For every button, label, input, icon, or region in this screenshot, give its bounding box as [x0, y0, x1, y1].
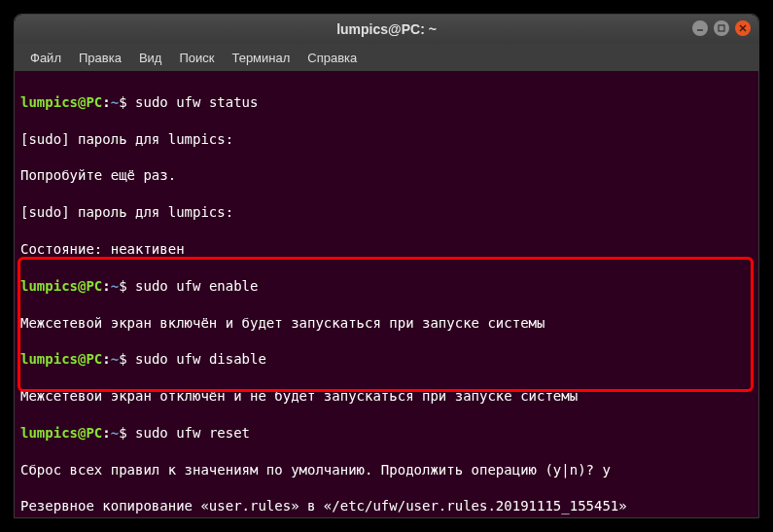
prompt-path: ~: [111, 94, 119, 110]
close-button[interactable]: [735, 20, 751, 36]
command-text: sudo ufw status: [127, 94, 259, 110]
output-line: [sudo] пароль для lumpics:: [20, 203, 753, 222]
output-line: Резервное копирование «user.rules» в «/e…: [20, 497, 753, 515]
output-line: [sudo] пароль для lumpics:: [20, 130, 753, 149]
menu-terminal[interactable]: Терминал: [224, 47, 298, 69]
prompt-colon: :: [102, 425, 110, 441]
command-text: sudo ufw enable: [127, 278, 259, 294]
terminal-body[interactable]: lumpics@PC:~$ sudo ufw status [sudo] пар…: [15, 71, 758, 518]
menu-edit[interactable]: Правка: [71, 47, 129, 69]
prompt-dollar: $: [119, 425, 126, 441]
prompt-dollar: $: [119, 351, 126, 367]
output-line: Сброс всех правил к значениям по умолчан…: [20, 461, 753, 479]
menu-search[interactable]: Поиск: [171, 47, 222, 69]
output-line: Состояние: неактивен: [20, 240, 753, 259]
prompt-dollar: $: [119, 94, 126, 110]
prompt-user: lumpics@PC: [20, 278, 102, 294]
prompt-path: ~: [111, 351, 119, 367]
prompt-path: ~: [111, 278, 119, 294]
window-controls: [692, 20, 751, 36]
prompt-path: ~: [111, 425, 119, 441]
maximize-button[interactable]: [714, 20, 729, 36]
prompt-colon: :: [102, 94, 110, 110]
prompt-user: lumpics@PC: [20, 94, 102, 110]
menubar: Файл Правка Вид Поиск Терминал Справка: [15, 44, 758, 71]
titlebar: lumpics@PC: ~: [15, 15, 758, 44]
command-text: sudo ufw reset: [127, 425, 250, 441]
prompt-user: lumpics@PC: [20, 351, 102, 367]
output-line: Межсетевой экран включён и будет запуска…: [20, 314, 753, 333]
prompt-colon: :: [102, 278, 110, 294]
menu-view[interactable]: Вид: [131, 47, 170, 69]
menu-file[interactable]: Файл: [22, 47, 69, 69]
prompt-dollar: $: [119, 278, 126, 294]
prompt-user: lumpics@PC: [20, 425, 102, 441]
output-line: Попробуйте ещё раз.: [20, 166, 753, 185]
window-title: lumpics@PC: ~: [336, 21, 437, 37]
svg-rect-1: [719, 25, 724, 31]
output-line: Межсетевой экран отключён и не будет зап…: [20, 387, 753, 406]
minimize-button[interactable]: [692, 20, 708, 36]
menu-help[interactable]: Справка: [299, 47, 365, 69]
command-text: sudo ufw disable: [127, 351, 266, 367]
prompt-colon: :: [102, 351, 110, 367]
terminal-window: lumpics@PC: ~ Файл Правка Вид Поиск Терм…: [14, 14, 759, 518]
